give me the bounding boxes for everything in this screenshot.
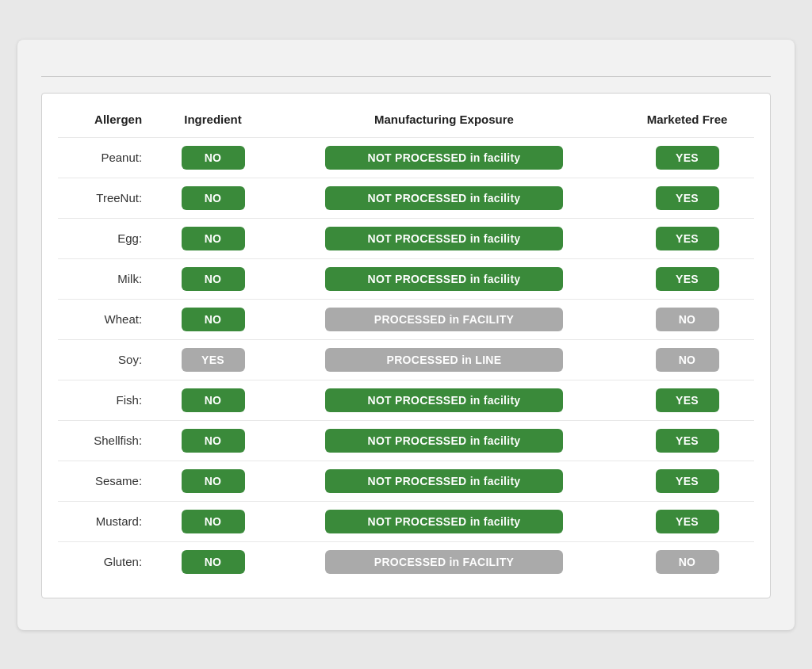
- marketed-badge-cell: YES: [620, 420, 754, 461]
- table-row: Peanut:NONOT PROCESSED in facilityYES: [58, 137, 754, 178]
- ingredient-badge: NO: [182, 267, 245, 291]
- table-row: TreeNut:NONOT PROCESSED in facilityYES: [58, 178, 754, 218]
- table-row: Shellfish:NONOT PROCESSED in facilityYES: [58, 420, 754, 461]
- col-header-marketed: Marketed Free: [620, 101, 754, 138]
- manufacturing-badge: PROCESSED in FACILITY: [325, 308, 563, 331]
- ingredient-badge-cell: YES: [158, 339, 268, 380]
- ingredient-badge-cell: NO: [158, 461, 268, 501]
- ingredient-badge: NO: [182, 510, 245, 533]
- marketed-badge: YES: [656, 146, 719, 170]
- manufacturing-badge: NOT PROCESSED in facility: [325, 388, 563, 412]
- marketed-badge: YES: [656, 510, 719, 533]
- manufacturing-badge-cell: NOT PROCESSED in facility: [268, 218, 620, 258]
- marketed-badge: NO: [656, 348, 719, 372]
- manufacturing-badge-cell: PROCESSED in LINE: [268, 339, 620, 380]
- allergen-label: Mustard:: [58, 501, 158, 541]
- allergen-label: Egg:: [58, 218, 158, 258]
- page-container: Allergen Ingredient Manufacturing Exposu…: [17, 40, 795, 630]
- manufacturing-badge: NOT PROCESSED in facility: [325, 186, 563, 210]
- marketed-badge-cell: YES: [620, 178, 754, 218]
- ingredient-badge: NO: [182, 469, 245, 493]
- manufacturing-badge: NOT PROCESSED in facility: [325, 469, 563, 493]
- marketed-badge-cell: NO: [620, 339, 754, 380]
- marketed-badge-cell: YES: [620, 258, 754, 299]
- ingredient-badge: NO: [182, 388, 245, 412]
- marketed-badge-cell: YES: [620, 380, 754, 420]
- manufacturing-badge: NOT PROCESSED in facility: [325, 267, 563, 291]
- ingredient-badge-cell: NO: [158, 178, 268, 218]
- table-row: Wheat:NOPROCESSED in FACILITYNO: [58, 299, 754, 339]
- marketed-badge-cell: NO: [620, 541, 754, 582]
- divider: [41, 76, 771, 77]
- table-row: Egg:NONOT PROCESSED in facilityYES: [58, 218, 754, 258]
- col-header-manufacturing: Manufacturing Exposure: [268, 101, 620, 138]
- allergen-label: Wheat:: [58, 299, 158, 339]
- table-row: Sesame:NONOT PROCESSED in facilityYES: [58, 461, 754, 501]
- allergen-label: Sesame:: [58, 461, 158, 501]
- manufacturing-badge-cell: NOT PROCESSED in facility: [268, 501, 620, 541]
- marketed-badge-cell: YES: [620, 461, 754, 501]
- marketed-badge: YES: [656, 429, 719, 453]
- allergen-label: Milk:: [58, 258, 158, 299]
- manufacturing-badge: NOT PROCESSED in facility: [325, 510, 563, 533]
- marketed-badge: YES: [656, 186, 719, 210]
- ingredient-badge: NO: [182, 308, 245, 331]
- ingredient-badge-cell: NO: [158, 137, 268, 178]
- table-header-row: Allergen Ingredient Manufacturing Exposu…: [58, 101, 754, 138]
- ingredient-badge-cell: NO: [158, 541, 268, 582]
- col-header-ingredient: Ingredient: [158, 101, 268, 138]
- manufacturing-badge-cell: NOT PROCESSED in facility: [268, 461, 620, 501]
- ingredient-badge-cell: NO: [158, 258, 268, 299]
- allergen-label: Gluten:: [58, 541, 158, 582]
- ingredient-badge: NO: [182, 227, 245, 250]
- marketed-badge: YES: [656, 267, 719, 291]
- manufacturing-badge: NOT PROCESSED in facility: [325, 227, 563, 250]
- manufacturing-badge-cell: NOT PROCESSED in facility: [268, 420, 620, 461]
- marketed-badge: YES: [656, 388, 719, 412]
- allergen-table: Allergen Ingredient Manufacturing Exposu…: [58, 101, 754, 582]
- marketed-badge: NO: [656, 550, 719, 574]
- marketed-badge-cell: YES: [620, 137, 754, 178]
- table-row: Milk:NONOT PROCESSED in facilityYES: [58, 258, 754, 299]
- table-row: Soy:YESPROCESSED in LINENO: [58, 339, 754, 380]
- marketed-badge: NO: [656, 308, 719, 331]
- ingredient-badge-cell: NO: [158, 380, 268, 420]
- col-header-allergen: Allergen: [58, 101, 158, 138]
- ingredient-badge: NO: [182, 429, 245, 453]
- ingredient-badge: NO: [182, 146, 245, 170]
- manufacturing-badge-cell: NOT PROCESSED in facility: [268, 178, 620, 218]
- allergen-label: Peanut:: [58, 137, 158, 178]
- marketed-badge: YES: [656, 469, 719, 493]
- marketed-badge-cell: YES: [620, 501, 754, 541]
- manufacturing-badge-cell: NOT PROCESSED in facility: [268, 258, 620, 299]
- table-wrapper: Allergen Ingredient Manufacturing Exposu…: [41, 93, 771, 598]
- manufacturing-badge: NOT PROCESSED in facility: [325, 146, 563, 170]
- manufacturing-badge-cell: PROCESSED in FACILITY: [268, 541, 620, 582]
- marketed-badge-cell: YES: [620, 218, 754, 258]
- ingredient-badge: NO: [182, 186, 245, 210]
- table-row: Mustard:NONOT PROCESSED in facilityYES: [58, 501, 754, 541]
- table-row: Gluten:NOPROCESSED in FACILITYNO: [58, 541, 754, 582]
- ingredient-badge-cell: NO: [158, 299, 268, 339]
- ingredient-badge-cell: NO: [158, 218, 268, 258]
- allergen-label: TreeNut:: [58, 178, 158, 218]
- manufacturing-badge-cell: NOT PROCESSED in facility: [268, 380, 620, 420]
- ingredient-badge: NO: [182, 550, 245, 574]
- ingredient-badge: YES: [182, 348, 245, 372]
- manufacturing-badge: PROCESSED in LINE: [325, 348, 563, 372]
- allergen-label: Soy:: [58, 339, 158, 380]
- manufacturing-badge-cell: PROCESSED in FACILITY: [268, 299, 620, 339]
- manufacturing-badge: PROCESSED in FACILITY: [325, 550, 563, 574]
- manufacturing-badge: NOT PROCESSED in facility: [325, 429, 563, 453]
- ingredient-badge-cell: NO: [158, 420, 268, 461]
- marketed-badge: YES: [656, 227, 719, 250]
- allergen-label: Shellfish:: [58, 420, 158, 461]
- manufacturing-badge-cell: NOT PROCESSED in facility: [268, 137, 620, 178]
- marketed-badge-cell: NO: [620, 299, 754, 339]
- ingredient-badge-cell: NO: [158, 501, 268, 541]
- allergen-label: Fish:: [58, 380, 158, 420]
- table-row: Fish:NONOT PROCESSED in facilityYES: [58, 380, 754, 420]
